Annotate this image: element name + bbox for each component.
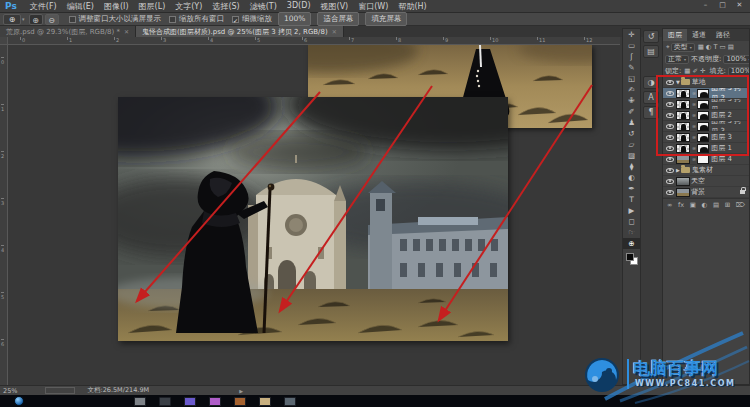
filter-smart-icon[interactable]: ▤ [728,43,734,51]
lock-position-icon[interactable]: ✛ [700,67,705,75]
lock-transparency-icon[interactable]: ▦ [684,67,690,75]
visibility-eye-icon[interactable] [666,157,674,162]
visibility-eye-icon[interactable] [666,80,674,85]
hand-tool[interactable]: ☞ [623,227,640,238]
taskbar-app-icon[interactable] [159,397,171,406]
visibility-eye-icon[interactable] [666,102,674,107]
eyedropper-tool[interactable]: ✍ [623,84,640,95]
options-button[interactable]: 100% [278,12,311,26]
menu-item[interactable]: 图层(L) [134,1,171,12]
option-checkbox[interactable]: 调整窗口大小以满屏显示 [69,14,162,24]
panel-icon-adjustments[interactable]: ◑ [643,76,659,89]
menu-item[interactable]: 编辑(E) [62,1,99,12]
new-layer-icon[interactable]: ⊞ [725,201,730,209]
filter-adjustment-icon[interactable]: ◐ [706,43,712,51]
options-button[interactable]: 填充屏幕 [365,12,407,26]
taskbar-app-icon[interactable] [134,397,146,406]
menu-item[interactable]: 3D(D) [282,1,316,12]
panel-tab-paths[interactable]: 路径 [711,29,735,41]
panel-tab-channels[interactable]: 通道 [687,29,711,41]
lasso-tool[interactable]: ʃ [623,51,640,62]
zoom-out-mode-button[interactable]: ⊖ [45,14,59,25]
checkbox-icon[interactable] [69,16,76,23]
add-mask-icon[interactable]: ▣ [690,201,696,209]
quick-selection-tool[interactable]: ✎ [623,62,640,73]
layer-row[interactable]: 背景 [663,187,749,198]
opacity-dropdown[interactable]: 100% ▾ [723,55,749,64]
document-tab[interactable]: 鬼怪合成图(图层材质).psd @ 25%(图层 3 拷贝 2, RGB/8)✕ [136,26,344,37]
blend-mode-dropdown[interactable]: 正常 ▾ [665,55,689,64]
taskbar-app-icon[interactable] [234,397,246,406]
foreground-color-swatch[interactable] [626,253,634,261]
visibility-eye-icon[interactable] [666,190,674,195]
layer-row[interactable]: ∞图层 3 拷贝 2 [663,88,749,99]
options-button[interactable]: 适合屏幕 [317,12,359,26]
zoom-tool-preset-icon[interactable]: ⊕ [3,14,21,25]
filter-shape-icon[interactable]: ▭ [720,43,726,51]
menu-item[interactable]: 文件(F) [25,1,62,12]
tab-close-icon[interactable]: ✕ [124,28,129,35]
checkbox-icon[interactable] [169,16,176,23]
layer-row[interactable]: ∞图层 4 [663,154,749,165]
menu-item[interactable]: 选择(S) [207,1,244,12]
type-tool[interactable]: T [623,194,640,205]
panel-tab-layers[interactable]: 图层 [663,29,687,41]
lock-pixels-icon[interactable]: ✐ [693,67,698,75]
layer-row[interactable]: ∞图层 3 [663,132,749,143]
layer-row[interactable]: ∞图层 3 拷贝 [663,99,749,110]
history-brush-tool[interactable]: ↺ [623,128,640,139]
visibility-eye-icon[interactable] [666,168,674,173]
restore-button[interactable]: □ [714,0,731,11]
new-adjustment-icon[interactable]: ◐ [702,201,708,209]
layer-row[interactable]: ▶鬼素材 [663,165,749,176]
group-expand-icon[interactable]: ▶ [676,167,680,173]
panel-icon-styles[interactable]: ▤ [643,45,659,58]
minimize-button[interactable]: – [697,0,714,11]
new-group-icon[interactable]: ▤ [713,201,719,209]
blur-tool[interactable]: ⧫ [623,161,640,172]
panel-icon-character[interactable]: A [643,91,659,104]
eraser-tool[interactable]: ▱ [623,139,640,150]
marquee-tool[interactable]: ▭ [623,40,640,51]
layer-row[interactable]: ∞图层 1 [663,143,749,154]
close-button[interactable]: ✕ [731,0,748,11]
taskbar-app-icon[interactable] [284,397,296,406]
status-options-arrow[interactable]: ▶ [239,388,243,394]
preset-caret-icon[interactable]: ▾ [22,16,25,22]
visibility-eye-icon[interactable] [666,113,674,118]
move-tool[interactable]: ✛ [623,29,640,40]
visibility-eye-icon[interactable] [666,124,674,129]
shape-tool[interactable]: ◻ [623,216,640,227]
checkbox-checked-icon[interactable]: ✓ [232,16,239,23]
zoom-tool[interactable]: ⊕ [623,238,640,249]
fill-dropdown[interactable]: 100% ▾ [728,67,749,76]
filter-type-icon[interactable]: T [714,43,718,51]
dodge-tool[interactable]: ◐ [623,172,640,183]
panel-icon-history[interactable]: ↺ [643,30,659,43]
layer-row[interactable]: ▼草地 [663,77,749,88]
start-button[interactable] [14,396,24,406]
tab-close-icon[interactable]: ✕ [332,28,337,35]
taskbar-app-icon[interactable] [259,397,271,406]
main-document-image[interactable] [118,97,508,341]
panel-icon-paragraph[interactable]: ¶ [643,106,659,119]
gradient-tool[interactable]: ▨ [623,150,640,161]
visibility-eye-icon[interactable] [666,135,674,140]
pen-tool[interactable]: ✒ [623,183,640,194]
link-layers-icon[interactable]: ∞ [667,201,672,209]
group-expand-icon[interactable]: ▼ [676,79,680,85]
layer-style-icon[interactable]: fx [678,201,684,209]
taskbar-app-icon[interactable] [209,397,221,406]
filter-search-icon[interactable]: ⌖ [666,43,670,51]
filter-pixel-icon[interactable]: ▦ [698,43,704,51]
crop-tool[interactable]: ◱ [623,73,640,84]
canvas-area[interactable] [8,45,620,385]
menu-item[interactable]: 窗口(W) [353,1,393,12]
healing-brush-tool[interactable]: ✙ [623,95,640,106]
visibility-eye-icon[interactable] [666,146,674,151]
brush-tool[interactable]: ✐ [623,106,640,117]
zoom-level-field[interactable]: 25% [3,387,17,395]
option-checkbox[interactable]: 缩放所有窗口 [169,14,224,24]
taskbar-app-icon[interactable] [184,397,196,406]
layer-row[interactable]: 天空 [663,176,749,187]
